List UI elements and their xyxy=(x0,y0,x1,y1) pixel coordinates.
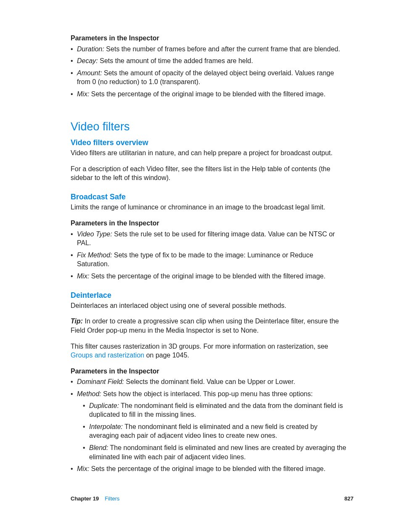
param-term: Fix Method: xyxy=(77,251,112,259)
footer-page-number: 827 xyxy=(344,495,354,502)
list-item: Dominant Field: Selects the dominant fie… xyxy=(71,377,346,386)
tip-text: In order to create a progressive scan cl… xyxy=(71,318,339,334)
footer-chapter-topic: Filters xyxy=(105,495,119,502)
param-desc: Sets the percentage of the original imag… xyxy=(89,273,325,280)
param-desc: Sets how the object is interlaced. This … xyxy=(101,390,313,397)
param-desc: Selects the dominant field. Value can be… xyxy=(124,378,295,385)
content-area: Parameters in the Inspector Duration: Se… xyxy=(71,34,346,474)
heading-deinterlace: Deinterlace xyxy=(71,290,346,300)
param-term: Dominant Field: xyxy=(77,378,124,385)
heading-broadcast-safe: Broadcast Safe xyxy=(71,192,346,202)
param-desc: Sets the amount of opacity of the delaye… xyxy=(77,69,334,86)
list-item: Interpolate: The nondominant field is el… xyxy=(83,422,346,440)
page: Parameters in the Inspector Duration: Se… xyxy=(0,0,401,532)
nested-list: Duplicate: The nondominant field is elim… xyxy=(83,401,346,462)
raster-text-post: on page 1045. xyxy=(144,352,189,359)
param-term: Method: xyxy=(77,390,101,397)
overview-p1: Video filters are utilitarian in nature,… xyxy=(71,148,346,158)
params-heading-di: Parameters in the Inspector xyxy=(71,367,346,376)
param-desc: Sets the amount of time the added frames… xyxy=(98,57,253,64)
list-item: Video Type: Sets the rule set to be used… xyxy=(71,230,346,248)
param-desc: Sets the percentage of the original imag… xyxy=(89,90,325,98)
params-list-di: Dominant Field: Selects the dominant fie… xyxy=(71,377,346,473)
param-term: Mix: xyxy=(77,90,89,98)
param-term: Mix: xyxy=(77,465,89,472)
params-heading-bs: Parameters in the Inspector xyxy=(71,219,346,228)
param-term: Amount: xyxy=(77,69,102,77)
params-list-1: Duration: Sets the number of frames befo… xyxy=(71,45,346,99)
tip-label: Tip: xyxy=(71,318,84,325)
params-list-bs: Video Type: Sets the rule set to be used… xyxy=(71,230,346,281)
param-desc: The nondominant field is eliminated and … xyxy=(89,444,346,461)
list-item: Fix Method: Sets the type of fix to be m… xyxy=(71,251,346,269)
overview-p2: For a description of each Video filter, … xyxy=(71,164,346,183)
list-item: Amount: Sets the amount of opacity of th… xyxy=(71,69,346,87)
param-desc: Sets the rule set to be used for filteri… xyxy=(77,230,335,247)
list-item: Decay: Sets the amount of time the added… xyxy=(71,56,346,66)
deinterlace-raster: This filter causes rasterization in 3D g… xyxy=(71,342,346,360)
footer-chapter-label: Chapter 19 xyxy=(71,495,99,502)
param-term: Blend: xyxy=(89,444,108,451)
param-desc: Sets the number of frames before and aft… xyxy=(104,45,340,53)
param-term: Video Type: xyxy=(77,230,112,238)
param-desc: Sets the type of fix to be made to the i… xyxy=(77,251,313,268)
param-term: Decay: xyxy=(77,57,98,64)
deinterlace-tip: Tip: In order to create a progressive sc… xyxy=(71,317,346,335)
param-term: Duplicate: xyxy=(89,402,119,409)
list-item: Mix: Sets the percentage of the original… xyxy=(71,464,346,474)
param-term: Interpolate: xyxy=(89,423,123,430)
list-item: Duplicate: The nondominant field is elim… xyxy=(83,401,346,419)
groups-rasterization-link[interactable]: Groups and rasterization xyxy=(71,352,144,359)
param-term: Duration: xyxy=(77,45,104,53)
list-item: Blend: The nondominant field is eliminat… xyxy=(83,443,346,461)
heading-overview: Video filters overview xyxy=(71,138,346,148)
param-term: Mix: xyxy=(77,273,89,280)
list-item: Mix: Sets the percentage of the original… xyxy=(71,272,346,281)
page-footer: Chapter 19 Filters 827 xyxy=(71,495,354,502)
param-desc: The nondominant field is eliminated and … xyxy=(89,423,317,439)
deinterlace-desc: Deinterlaces an interlaced object using … xyxy=(71,301,346,310)
list-item: Method: Sets how the object is interlace… xyxy=(71,389,346,461)
param-desc: The nondominant field is eliminated and … xyxy=(89,402,343,418)
params-heading-1: Parameters in the Inspector xyxy=(71,34,346,43)
list-item: Mix: Sets the percentage of the original… xyxy=(71,90,346,99)
list-item: Duration: Sets the number of frames befo… xyxy=(71,45,346,54)
broadcast-safe-desc: Limits the range of luminance or chromin… xyxy=(71,203,346,212)
raster-text-pre: This filter causes rasterization in 3D g… xyxy=(71,343,328,350)
heading-video-filters: Video filters xyxy=(71,119,346,134)
param-desc: Sets the percentage of the original imag… xyxy=(89,465,325,472)
